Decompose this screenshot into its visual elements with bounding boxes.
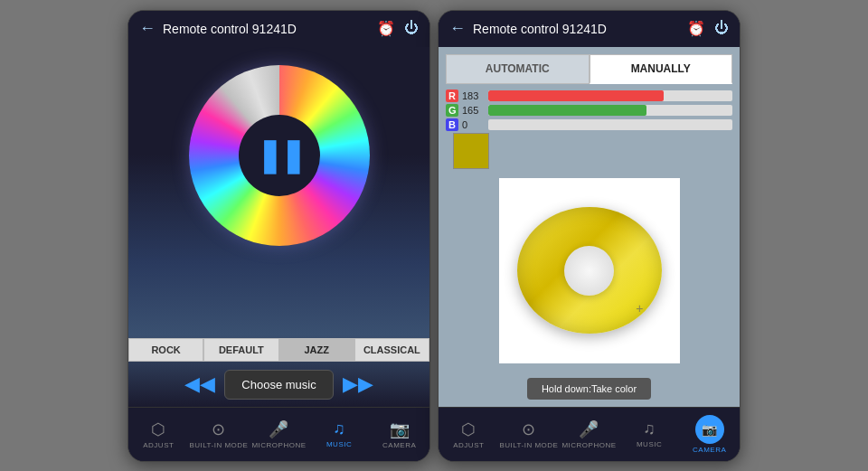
color-b-label: B [446,118,458,131]
color-g-label: G [446,104,458,117]
phone2: ← Remote control 91241D ⏰ ⏻ AUTOMATIC MA… [438,10,741,462]
phone1: ← Remote control 91241D ⏰ ⏻ ❚❚ CG · WENA… [127,10,430,462]
color-row-b: B 0 [446,118,732,131]
color-r-bar [488,90,664,101]
camera-icon: 📷 [390,419,410,439]
microphone-icon: 🎤 [269,419,288,439]
genre-rock[interactable]: ROCK [128,338,203,362]
nav2-camera-icon: 📷 [702,422,717,437]
camera-view: + [499,178,680,363]
color-sliders: R 183 G 165 B 0 [439,84,740,178]
nav2-camera[interactable]: 📷 CAMERA [679,415,740,454]
color-preview [453,133,489,169]
nav2-builtin[interactable]: ⊙ BUILT-IN MODE [499,419,560,449]
phone1-power-icon[interactable]: ⏻ [404,20,419,37]
nav1-camera[interactable]: 📷 CAMERA [369,419,429,449]
color-g-value: 165 [462,105,485,116]
genre-jazz[interactable]: JAZZ [279,338,354,362]
camera-item: + [517,207,662,334]
music-label-nav: MUSIC [326,440,352,448]
tabs-row: AUTOMATIC MANUALLY [439,47,740,84]
genre-bar: ROCK DEFAULT JAZZ CLASSICAL [128,338,429,362]
nav2-music-label: MUSIC [637,440,662,448]
color-b-value: 0 [462,119,485,130]
prev-button[interactable]: ◀◀ [184,372,215,396]
phone2-body: AUTOMATIC MANUALLY R 183 G 165 [439,47,740,407]
color-r-label: R [446,89,458,102]
nav2-adjust-label: ADJUST [453,441,484,449]
camera-item-inner [564,246,614,296]
phone2-back-button[interactable]: ← [449,19,466,38]
nav1-builtin[interactable]: ⊙ BUILT-IN MODE [189,419,250,449]
crosshair-icon: + [636,301,643,316]
color-r-bar-container[interactable] [488,90,732,101]
phone2-header: ← Remote control 91241D ⏰ ⏻ [439,11,740,47]
builtin-label: BUILT-IN MODE [189,441,248,449]
nav2-adjust-icon: ⬡ [461,419,476,439]
music-controls: ◀◀ Choose music ▶▶ [128,370,429,400]
phone1-title: Remote control 91241D [163,22,370,36]
phone1-header-icons: ⏰ ⏻ [377,20,419,37]
cd-inner: ❚❚ [239,115,320,196]
phone2-header-icons: ⏰ ⏻ [687,20,729,37]
tab-automatic[interactable]: AUTOMATIC [446,54,590,84]
microphone-label: MICROPHONE [251,441,306,449]
phone1-bottom-nav: ⬡ ADJUST ⊙ BUILT-IN MODE 🎤 MICROPHONE ♫ … [128,407,429,461]
genre-default[interactable]: DEFAULT [203,338,278,362]
cd-ring: ❚❚ [189,65,370,246]
nav2-microphone-label: MICROPHONE [561,441,616,449]
nav2-microphone-icon: 🎤 [579,419,599,439]
nav2-music-icon: ♫ [643,419,656,438]
phone1-back-button[interactable]: ← [139,19,156,38]
nav2-music[interactable]: ♫ MUSIC [619,419,680,448]
adjust-icon: ⬡ [151,419,165,439]
phone1-body: ❚❚ CG · WENAI ROCK DEFAULT JAZZ CLASSICA… [128,47,429,407]
color-g-bar [488,105,646,116]
adjust-label: ADJUST [143,441,174,449]
phone1-alarm-icon[interactable]: ⏰ [377,20,395,37]
pause-icon[interactable]: ❚❚ [256,137,303,174]
nav2-microphone[interactable]: 🎤 MICROPHONE [559,419,619,449]
camera-outer: + Hold down:Take color [439,178,740,407]
color-b-bar-container[interactable] [488,119,732,130]
phone2-alarm-icon[interactable]: ⏰ [687,20,705,37]
nav2-builtin-label: BUILT-IN MODE [499,441,558,449]
nav2-builtin-icon: ⊙ [522,419,535,439]
nav1-music[interactable]: ♫ MUSIC [309,419,370,448]
phone2-power-icon[interactable]: ⏻ [714,20,729,37]
genre-classical[interactable]: CLASSICAL [354,338,429,362]
camera-label: CAMERA [382,441,416,449]
hold-button[interactable]: Hold down:Take color [527,378,651,400]
cd-container: ❚❚ [189,65,370,246]
nav2-adjust[interactable]: ⬡ ADJUST [439,419,499,449]
color-row-r: R 183 [446,89,732,102]
phone1-header: ← Remote control 91241D ⏰ ⏻ [128,11,429,47]
nav2-camera-label: CAMERA [693,446,726,454]
nav1-microphone[interactable]: 🎤 MICROPHONE [249,419,309,449]
choose-music-button[interactable]: Choose music [224,370,333,400]
color-r-value: 183 [462,90,485,101]
phone2-title: Remote control 91241D [473,22,680,36]
phone2-bottom-nav: ⬡ ADJUST ⊙ BUILT-IN MODE 🎤 MICROPHONE ♫ … [439,407,740,461]
camera-active-circle: 📷 [695,415,724,444]
color-g-bar-container[interactable] [488,105,732,116]
nav1-adjust[interactable]: ⬡ ADJUST [128,419,189,449]
music-icon: ♫ [333,419,345,438]
main-container: ← Remote control 91241D ⏰ ⏻ ❚❚ CG · WENA… [0,0,868,471]
builtin-icon: ⊙ [212,419,225,439]
tab-manually[interactable]: MANUALLY [590,54,733,84]
color-row-g: G 165 [446,104,732,117]
next-button[interactable]: ▶▶ [343,372,373,396]
